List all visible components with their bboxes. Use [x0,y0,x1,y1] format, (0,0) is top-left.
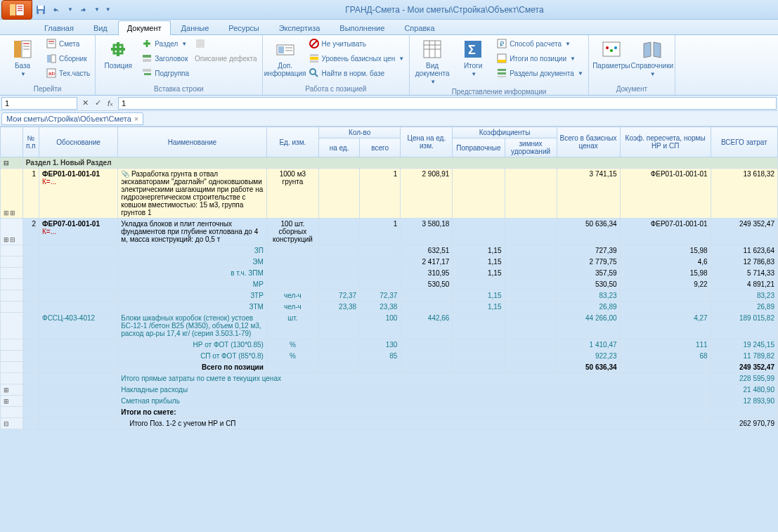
table-row[interactable]: ЗП632,511,15727,3915,9811 623,64 [1,245,778,257]
col-coef-corr[interactable]: Поправочные [453,138,505,157]
address-box[interactable]: 1 [1,97,77,110]
table-row[interactable]: СП от ФОТ (85*0.8)%85922,236811 789,82 [1,351,778,362]
subgroup-button[interactable]: Подгруппа [139,66,191,80]
doc-view-button[interactable]: Вид документа▼ [413,37,452,87]
save-icon[interactable] [35,4,46,15]
close-tab-icon[interactable]: × [134,115,138,123]
table-row[interactable]: ЭМ2 417,171,152 779,754,612 786,83 [1,257,778,268]
col-base[interactable]: Всего в базисных ценах [557,127,620,157]
table-row[interactable]: Всего по позиции50 636,34249 352,47 [1,362,778,373]
col-price[interactable]: Цена на ед. изм. [401,127,453,157]
col-num[interactable]: № п.п [22,127,39,157]
table-row[interactable]: ЗТМчел-ч23,3823,381,1526,8926,89 [1,301,778,313]
table-row[interactable]: Итого прямые затраты по смете в текущих … [1,373,778,384]
group-representation: Вид документа▼ Σ Итоги▼ ₽Способ расчета▼… [410,35,589,95]
col-recalc[interactable]: Коэф. пересчета, нормы НР и СП [620,127,711,157]
group-doc-title: Документ [592,84,672,93]
svg-rect-17 [51,55,56,63]
group-position: Доп. информация Не учитывать Уровень баз… [263,35,410,95]
formula-input[interactable]: 1 [118,97,777,110]
table-row[interactable]: НР от ФОТ (130*0.85)%1301 410,4711119 24… [1,339,778,351]
expand-icon[interactable]: ⊞ [4,387,8,394]
col-qty[interactable]: Кол-во [318,127,400,138]
svg-text:₽: ₽ [500,40,505,48]
position-totals-button[interactable]: Итоги по позиции▼ [494,51,585,65]
svg-rect-38 [310,60,318,63]
collapse-icon[interactable]: ⊟ [4,420,8,427]
doc-sections-button[interactable]: Разделы документа▼ [494,66,585,80]
base-price-level-button[interactable]: Уровень базисных цен▼ [306,51,407,65]
table-row[interactable]: ⊞Накладные расходы21 480,90 [1,384,778,396]
parameters-button[interactable]: Параметры [592,37,631,71]
section-row[interactable]: ⊟ Раздел 1. Новый Раздел [1,157,778,169]
table-row[interactable]: ⊟Итого Поз. 1-2 с учетом НР и СП262 970,… [1,418,778,429]
references-button[interactable]: Справочники▼ [633,37,672,79]
collection-button[interactable]: Сборник [44,51,92,65]
tab-main[interactable]: Главная [35,20,83,35]
expand-icon[interactable]: ⊞ [4,398,8,405]
table-row[interactable]: ФССЦ-403-4012Блоки шкафных коробок (стен… [1,313,778,339]
calc-method-button[interactable]: ₽Способ расчета▼ [494,37,585,51]
section-button[interactable]: Раздел▼ [139,37,191,51]
window-title: ГРАНД-Смета - Мои сметы\Стройка\Объект\С… [111,5,778,15]
col-qty-unit[interactable]: на ед. [318,138,359,157]
svg-text:ab: ab [48,70,55,77]
table-row[interactable]: ⊞ ⊟ 2 ФЕР07-01-001-01К=... Укладка блоко… [1,219,778,245]
table-row[interactable]: Итоги по смете: [1,407,778,418]
tab-help[interactable]: Справка [395,20,443,35]
app-menu-button[interactable] [1,0,32,20]
accept-icon[interactable]: ✓ [91,97,104,110]
qat-customize-icon[interactable]: ▼ [105,6,111,13]
collapse-icon[interactable]: ⊟ [4,160,8,167]
svg-rect-0 [10,4,15,15]
table-row[interactable]: МР530,50530,509,224 891,21 [1,279,778,290]
redo-icon[interactable] [77,4,89,15]
cancel-icon[interactable]: ✕ [79,97,91,110]
grid: № п.п Обоснование Наименование Ед. изм. … [0,126,778,429]
table-row[interactable]: ЗТРчел-ч72,3772,371,1583,2383,23 [1,290,778,301]
svg-point-58 [614,46,617,49]
formula-bar: 1 ✕ ✓ fₓ 1 [0,96,778,111]
group-position-title: Работа с позицией [266,84,407,93]
document-tabstrip: Мои сметы\Стройка\Объект\Смета × [0,111,778,126]
col-total[interactable]: ВСЕГО затрат [711,127,777,157]
position-button[interactable]: Позиция [98,37,138,71]
find-norm-button[interactable]: Найти в норм. базе [306,66,407,80]
header-button[interactable]: Заголовок [139,51,191,65]
table-row[interactable]: ⊞ ⊞ 1 ФЕР01-01-001-01К=... 📎 Разработка … [1,169,778,219]
undo-icon[interactable] [51,4,62,15]
col-coef[interactable]: Коэффициенты [453,127,557,138]
svg-rect-25 [143,55,151,58]
totals-button[interactable]: Σ Итоги▼ [453,37,493,79]
svg-point-56 [606,46,609,49]
table-row[interactable]: в т.ч. ЗПМ310,951,15357,5915,985 714,33 [1,268,778,279]
tab-expertise[interactable]: Экспертиза [270,20,330,35]
tab-view[interactable]: Вид [84,20,117,35]
fx-icon[interactable]: fₓ [104,97,117,110]
techpart-button[interactable]: abТех.часть [44,66,92,80]
expand-icon[interactable]: ⊞ ⊞ [4,209,15,216]
col-name[interactable]: Наименование [118,127,267,157]
undo-dropdown-icon[interactable]: ▼ [67,6,73,13]
col-coef-winter[interactable]: зимних удорожаний [505,138,557,157]
defect-button [193,37,259,51]
expand-icon[interactable]: ⊞ ⊟ [4,236,15,243]
ignore-button[interactable]: Не учитывать [306,37,407,51]
svg-line-40 [315,74,318,77]
col-unit[interactable]: Ед. изм. [266,127,318,157]
tab-resources[interactable]: Ресурсы [219,20,268,35]
col-just[interactable]: Обоснование [39,127,118,157]
tab-execution[interactable]: Выполнение [330,20,394,35]
document-tab[interactable]: Мои сметы\Стройка\Объект\Смета × [1,112,143,125]
tab-document[interactable]: Документ [118,20,171,35]
redo-dropdown-icon[interactable]: ▼ [94,6,100,13]
group-goto-title: Перейти [3,84,92,93]
col-qty-total[interactable]: всего [360,138,401,157]
tab-data[interactable]: Данные [172,20,219,35]
base-button[interactable]: База▼ [3,37,42,79]
estimate-button[interactable]: Смета [44,37,92,51]
table-row[interactable]: ⊞Сметная прибыль12 893,90 [1,396,778,407]
extra-info-button[interactable]: Доп. информация [266,37,305,79]
svg-point-39 [310,69,316,74]
svg-point-57 [610,49,613,52]
